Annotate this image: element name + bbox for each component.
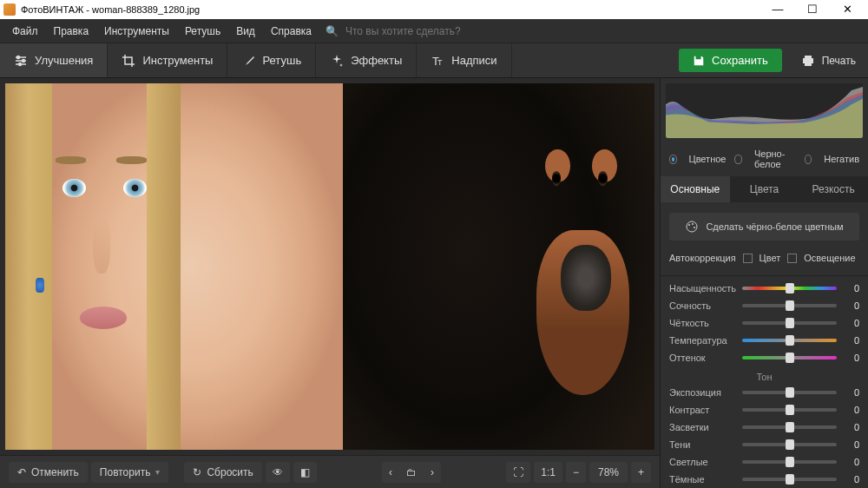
window-title: ФотоВИНТАЖ - woman-888389_1280.jpg [21,4,200,15]
tab-improvements[interactable]: Улучшения [0,43,108,77]
prev-image-button[interactable]: ‹ [382,462,399,483]
menu-edit[interactable]: Правка [47,22,96,41]
prop-tab-sharp[interactable]: Резкость [799,176,868,202]
whites-label: Светлые [669,457,735,467]
split-icon: ◧ [300,466,310,478]
tab-captions[interactable]: TT Надписи [417,43,511,77]
minimize-button[interactable]: — [760,0,795,19]
undo-button[interactable]: ↶Отменить [9,462,88,483]
contrast-slider[interactable] [742,408,837,412]
reset-button[interactable]: ↻Сбросить [184,462,261,483]
sparkle-icon [330,54,344,68]
tint-slider[interactable] [742,356,837,359]
tab-tools[interactable]: Инструменты [108,43,227,77]
text-icon: TT [431,54,444,68]
svg-text:T: T [437,58,443,67]
prop-tab-main[interactable]: Основные [661,176,730,202]
browse-button[interactable]: 🗀 [399,462,424,483]
histogram-mode-color[interactable] [669,155,677,164]
histogram-mode-negative[interactable] [805,155,812,164]
menu-help[interactable]: Справка [264,22,319,41]
properties-panel: Цветное Черно-белое Негатив Основные Цве… [660,78,868,488]
print-icon [801,54,815,68]
zoom-in-button[interactable]: + [631,462,651,483]
preview-toggle[interactable]: 👁 [266,462,290,483]
histogram-mode-bw[interactable] [734,155,742,164]
search-input[interactable] [340,23,496,39]
highlights-label: Засветки [669,422,735,432]
zoom-out-button[interactable]: − [566,462,586,483]
tab-effects[interactable]: Эффекты [316,43,417,77]
autocorrect-label: Автокоррекция [669,253,736,263]
exposure-slider[interactable] [742,391,837,394]
brush-icon [241,54,255,68]
exposure-label: Экспозиция [669,387,735,398]
print-button[interactable]: Печать [789,43,868,77]
menu-view[interactable]: Вид [229,22,262,41]
colorize-bw-button[interactable]: Сделать чёрно-белое цветным [669,213,859,241]
temperature-slider[interactable] [742,339,837,342]
saturation-slider[interactable] [742,287,837,290]
tint-label: Оттенок [669,353,735,363]
fit-screen-button[interactable]: ⛶ [506,462,530,483]
blacks-label: Тёмные [669,474,735,485]
reset-icon: ↻ [193,466,201,478]
palette-icon [685,220,699,234]
chevron-down-icon: ▾ [155,467,160,477]
vibrance-slider[interactable] [742,304,837,307]
redo-button[interactable]: Повторить▾ [91,462,169,483]
autocorrect-light-checkbox[interactable] [787,254,797,263]
fit-icon: ⛶ [513,466,523,478]
save-icon [693,55,705,67]
save-button[interactable]: Сохранить [679,49,782,72]
titlebar: ФотоВИНТАЖ - woman-888389_1280.jpg — ☐ ✕ [0,0,868,19]
search-icon: 🔍 [326,25,339,37]
svg-point-9 [688,224,690,226]
eye-icon: 👁 [273,466,283,478]
svg-point-5 [19,63,22,65]
maximize-button[interactable]: ☐ [795,0,830,19]
menu-file[interactable]: Файл [5,22,45,41]
menu-retouch[interactable]: Ретушь [178,22,227,41]
crop-icon [122,54,135,68]
autocorrect-color-checkbox[interactable] [743,254,753,263]
sliders-icon [14,54,28,68]
app-icon [3,3,16,16]
tab-retouch[interactable]: Ретушь [227,43,316,77]
contrast-label: Контраст [669,405,735,415]
bottom-toolbar: ↶Отменить Повторить▾ ↻Сбросить 👁 ◧ ‹ 🗀 ›… [0,455,660,488]
next-image-button[interactable]: › [424,462,441,483]
tone-section-title: Тон [661,366,868,384]
svg-point-8 [687,221,697,232]
actual-size-button[interactable]: 1:1 [534,462,562,483]
close-button[interactable]: ✕ [830,0,865,19]
undo-icon: ↶ [17,466,26,478]
shadows-label: Тени [669,439,735,450]
blacks-slider[interactable] [742,478,837,481]
menubar: Файл Правка Инструменты Ретушь Вид Справ… [0,19,868,43]
whites-slider[interactable] [742,460,837,464]
vibrance-label: Сочность [669,300,735,311]
zoom-level[interactable]: 78% [589,462,628,483]
folder-icon: 🗀 [406,466,417,478]
shadows-slider[interactable] [742,443,837,446]
temperature-label: Температура [669,335,735,346]
svg-point-3 [17,56,20,58]
svg-point-4 [23,59,25,62]
compare-toggle[interactable]: ◧ [293,462,317,483]
menu-tools[interactable]: Инструменты [97,22,176,41]
clarity-slider[interactable] [742,321,837,325]
toolbar: Улучшения Инструменты Ретушь Эффекты TT … [0,43,868,78]
image-canvas[interactable] [5,83,654,450]
svg-point-10 [692,223,694,225]
saturation-label: Насыщенность [669,283,735,293]
clarity-label: Чёткость [669,318,735,328]
histogram[interactable] [666,83,863,138]
highlights-slider[interactable] [742,425,837,429]
prop-tab-colors[interactable]: Цвета [730,176,799,202]
svg-point-11 [694,227,695,228]
